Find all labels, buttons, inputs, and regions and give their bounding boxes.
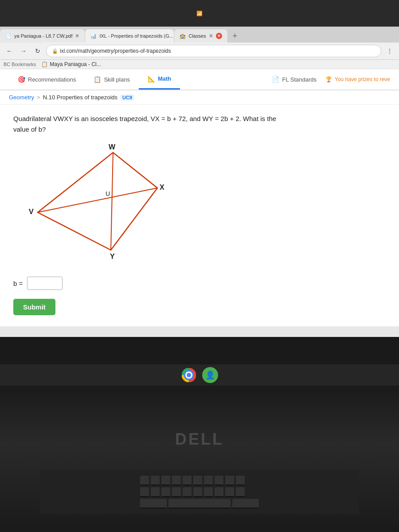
taskbar: 👤	[0, 364, 399, 386]
reload-button[interactable]: ↻	[32, 45, 43, 57]
chrome-taskbar-icon[interactable]	[181, 367, 197, 383]
svg-marker-0	[38, 153, 157, 250]
page-content: 🎯 Recommendations 📋 Skill plans 📐 Math 📄…	[0, 69, 399, 326]
keyboard-area	[40, 470, 359, 514]
tab-ixl[interactable]: 📊 IXL - Properties of trapezoids (G... ✕	[85, 29, 174, 43]
laptop-top-bar: 📶	[0, 0, 399, 27]
submit-button[interactable]: Submit	[13, 299, 55, 315]
laptop-body: DELL	[0, 386, 399, 532]
question-area: Quadrilateral VWXY is an isosceles trape…	[0, 105, 399, 324]
trapezoid-svg: W X Y V U	[27, 144, 177, 268]
fl-standards-icon: 📄	[272, 76, 279, 83]
new-tab-button[interactable]: +	[228, 29, 242, 43]
ixl-nav: 🎯 Recommendations 📋 Skill plans 📐 Math 📄…	[0, 69, 399, 90]
address-bar-row: ← → ↻ 🔒 ixl.com/math/geometry/properties…	[0, 43, 399, 60]
user-icon: 👤	[205, 370, 215, 380]
classes-icon: 🏫	[180, 33, 186, 39]
label-V: V	[29, 208, 34, 215]
skill-plans-icon: 📋	[94, 76, 101, 83]
bookmarks-bar: BC Bookmarks 📋 Maya Paniagua - Cl...	[0, 60, 399, 69]
nav-recommendations[interactable]: 🎯 Recommendations	[9, 69, 85, 90]
forward-button[interactable]: →	[18, 45, 29, 57]
dell-logo: DELL	[175, 430, 224, 449]
url-text: ixl.com/math/geometry/properties-of-trap…	[60, 48, 171, 54]
lock-icon: 🔒	[52, 48, 58, 54]
address-bar[interactable]: 🔒 ixl.com/math/geometry/properties-of-tr…	[46, 45, 381, 57]
answer-row: b =	[13, 277, 386, 290]
label-X: X	[160, 184, 164, 191]
nav-skill-plans[interactable]: 📋 Skill plans	[85, 69, 139, 90]
pdf-icon: 📄	[5, 33, 12, 39]
prizes-button[interactable]: 🏆 You have prizes to reve	[325, 76, 390, 82]
breadcrumb-geometry[interactable]: Geometry	[9, 94, 34, 101]
question-text: Quadrilateral VWXY is an isosceles trape…	[13, 113, 288, 135]
user-taskbar-icon[interactable]: 👤	[202, 367, 218, 383]
classes-badge: ✕	[216, 33, 222, 39]
ixl-icon: 📊	[90, 33, 97, 39]
breadcrumb-separator: >	[37, 94, 40, 101]
answer-input[interactable]	[27, 277, 63, 290]
svg-line-1	[38, 188, 157, 212]
breadcrumb-current-skill: N.10 Properties of trapezoids	[43, 94, 117, 101]
math-icon: 📐	[148, 75, 155, 82]
browser-window: 📄 ya Paniagua - L8.7 CW.pdf ✕ 📊 IXL - Pr…	[0, 27, 399, 337]
nav-math[interactable]: 📐 Math	[139, 69, 180, 90]
bookmarks-label: BC Bookmarks	[4, 62, 36, 67]
tab-pdf-close[interactable]: ✕	[75, 33, 79, 39]
tab-bar: 📄 ya Paniagua - L8.7 CW.pdf ✕ 📊 IXL - Pr…	[0, 27, 399, 43]
skill-badge: UC9	[120, 94, 134, 101]
trapezoid-diagram: W X Y V U	[27, 144, 168, 268]
top-bar-text: 📶	[196, 11, 203, 16]
back-button[interactable]: ←	[4, 45, 15, 57]
trophy-icon: 🏆	[325, 76, 332, 82]
label-Y: Y	[110, 253, 115, 260]
svg-line-2	[111, 153, 113, 250]
tab-classes-close[interactable]: ✕	[209, 33, 213, 39]
label-U: U	[106, 190, 110, 197]
answer-label: b =	[13, 280, 23, 287]
label-W: W	[109, 144, 116, 151]
svg-point-8	[187, 373, 191, 377]
tab-classes[interactable]: 🏫 Classes ✕ ✕	[174, 29, 227, 43]
breadcrumb: Geometry > N.10 Properties of trapezoids…	[0, 90, 399, 105]
tab-pdf[interactable]: 📄 ya Paniagua - L8.7 CW.pdf ✕	[0, 29, 85, 43]
recommendations-icon: 🎯	[18, 76, 25, 83]
nav-fl-standards[interactable]: 📄 FL Standards	[263, 69, 325, 90]
bookmark-maya[interactable]: 📋 Maya Paniagua - Cl...	[41, 61, 101, 67]
bookmark-icon: 📋	[41, 61, 48, 67]
more-button[interactable]: ⋮	[384, 45, 395, 57]
